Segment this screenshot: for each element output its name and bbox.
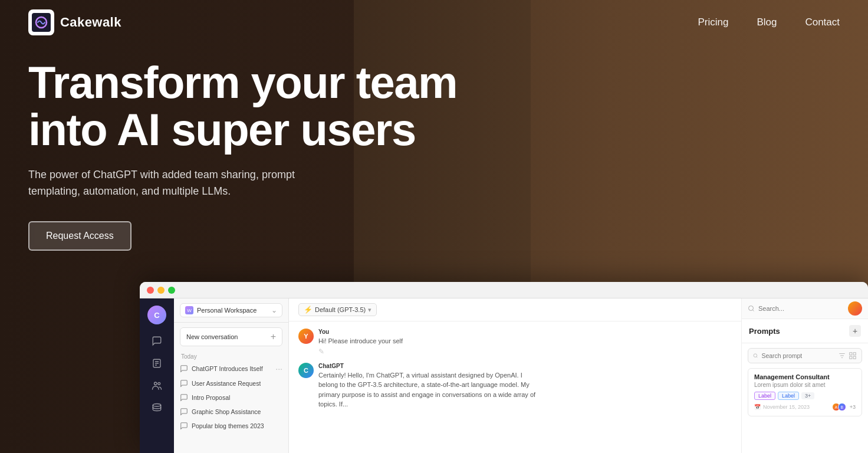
search-input[interactable] <box>758 305 844 312</box>
sidebar: C <box>140 298 174 453</box>
add-prompt-button[interactable]: + <box>849 325 861 337</box>
prompt-search-icon <box>753 352 758 359</box>
tag-label1: Label <box>754 392 775 400</box>
chat-icon <box>180 422 188 430</box>
brand-name: Cakewalk <box>60 15 121 30</box>
avatar-count: +3 <box>850 404 856 410</box>
svg-line-10 <box>752 310 754 311</box>
dots-menu[interactable]: ··· <box>275 364 282 373</box>
chat-toolbar: ⚡ Default (GPT-3.5) ▾ <box>289 298 741 321</box>
nav-blog[interactable]: Blog <box>757 17 777 28</box>
workspace-icon: W <box>185 306 193 314</box>
new-conversation-button[interactable]: New conversation + <box>180 327 282 346</box>
svg-point-6 <box>154 382 157 385</box>
ai-avatar: C <box>298 363 314 378</box>
svg-line-12 <box>757 357 758 358</box>
conv-header: W Personal Workspace ⌄ <box>174 298 288 323</box>
today-label: Today <box>174 351 288 361</box>
model-chevron: ▾ <box>368 306 371 314</box>
svg-point-11 <box>754 354 757 357</box>
request-access-button[interactable]: Request Access <box>28 221 131 251</box>
svg-point-8 <box>153 404 161 407</box>
svg-point-9 <box>749 306 754 311</box>
prompts-header: Prompts + <box>742 319 868 343</box>
logo-icon <box>28 9 54 35</box>
app-window: C W Personal Workspace ⌄ <box>140 282 868 453</box>
chat-area: ⚡ Default (GPT-3.5) ▾ Y You Hi! Please i… <box>289 298 741 453</box>
prompt-search-input[interactable] <box>761 352 834 359</box>
chat-icon <box>180 365 188 373</box>
search-icon <box>748 305 755 312</box>
prompt-card[interactable]: Management Consultant Lorem ipsum dolor … <box>748 368 862 416</box>
conversation-item[interactable]: Graphic Shop Assistance <box>174 405 288 419</box>
user-message: You Hi! Please introduce your self ✎ <box>318 329 403 356</box>
svg-rect-16 <box>850 353 852 355</box>
navbar: Cakewalk Pricing Blog Contact <box>0 0 868 45</box>
message-row-user: Y You Hi! Please introduce your self ✎ <box>298 329 732 356</box>
plus-icon: + <box>271 331 276 342</box>
ai-message: ChatGPT Certainly! Hello, I'm ChatGPT, a… <box>318 363 542 409</box>
prompt-search-bar <box>748 348 862 363</box>
prompt-card-meta: 📅 November 15, 2023 A B +3 <box>754 403 856 411</box>
conversation-item[interactable]: ChatGPT Introduces Itself ··· <box>174 361 288 376</box>
hero-title: Transform your team into AI super users <box>28 59 457 153</box>
chat-icon <box>180 393 188 402</box>
sidebar-db-icon[interactable] <box>151 402 163 414</box>
minimize-dot <box>157 287 165 294</box>
conversation-item[interactable]: Popular blog themes 2023 <box>174 419 288 433</box>
conversation-item[interactable]: User Assistance Request <box>174 376 288 390</box>
workspace-chevron: ⌄ <box>271 306 277 314</box>
prompts-title: Prompts <box>749 327 780 336</box>
svg-rect-17 <box>853 353 856 355</box>
sidebar-team-icon[interactable] <box>151 380 163 392</box>
sort-icon[interactable] <box>849 352 857 360</box>
conversations-panel: W Personal Workspace ⌄ New conversation … <box>174 298 289 453</box>
window-titlebar <box>140 282 868 298</box>
avatar-2: B <box>838 403 846 411</box>
prompts-panel: Prompts + Management Consultant Lorem ip… <box>741 298 868 453</box>
chat-icon <box>180 408 188 416</box>
tag-count: 3+ <box>801 392 814 399</box>
model-selector[interactable]: ⚡ Default (GPT-3.5) ▾ <box>298 303 377 316</box>
nav-contact[interactable]: Contact <box>805 17 840 28</box>
edit-icon[interactable]: ✎ <box>318 347 403 356</box>
svg-point-7 <box>158 382 160 385</box>
prompt-card-footer: Label Label 3+ <box>754 392 856 400</box>
nav-links: Pricing Blog Contact <box>698 17 840 28</box>
svg-rect-19 <box>853 356 856 359</box>
sidebar-chat-icon[interactable] <box>151 335 163 347</box>
message-row-ai: C ChatGPT Certainly! Hello, I'm ChatGPT,… <box>298 363 732 409</box>
prompt-date: November 15, 2023 <box>763 404 810 410</box>
chat-messages: Y You Hi! Please introduce your self ✎ C… <box>289 321 741 453</box>
calendar-icon: 📅 <box>754 404 761 410</box>
close-dot <box>147 287 154 294</box>
tag-label2: Label <box>778 392 799 400</box>
sidebar-docs-icon[interactable] <box>151 357 163 369</box>
user-avatar: Y <box>298 329 314 344</box>
hero-section: Transform your team into AI super users … <box>28 59 457 251</box>
workspace-selector[interactable]: W Personal Workspace ⌄ <box>180 303 282 317</box>
brand-logo[interactable]: Cakewalk <box>28 9 121 35</box>
nav-pricing[interactable]: Pricing <box>698 17 728 28</box>
prompt-card-title: Management Consultant <box>754 373 856 380</box>
top-right-avatar <box>848 301 862 316</box>
filter-icon[interactable] <box>838 352 846 360</box>
prompt-avatars: A B <box>832 403 846 411</box>
chat-icon <box>180 379 188 388</box>
filter-icons <box>838 352 857 360</box>
sidebar-avatar[interactable]: C <box>147 306 166 324</box>
global-search-bar <box>742 298 868 319</box>
hero-subtitle: The power of ChatGPT with added team sha… <box>28 166 335 201</box>
prompt-card-desc: Lorem ipsum dolor sit amet <box>754 382 856 388</box>
conversation-item[interactable]: Intro Proposal <box>174 390 288 405</box>
svg-rect-18 <box>850 356 852 359</box>
window-body: C W Personal Workspace ⌄ <box>140 298 868 453</box>
maximize-dot <box>168 287 175 294</box>
